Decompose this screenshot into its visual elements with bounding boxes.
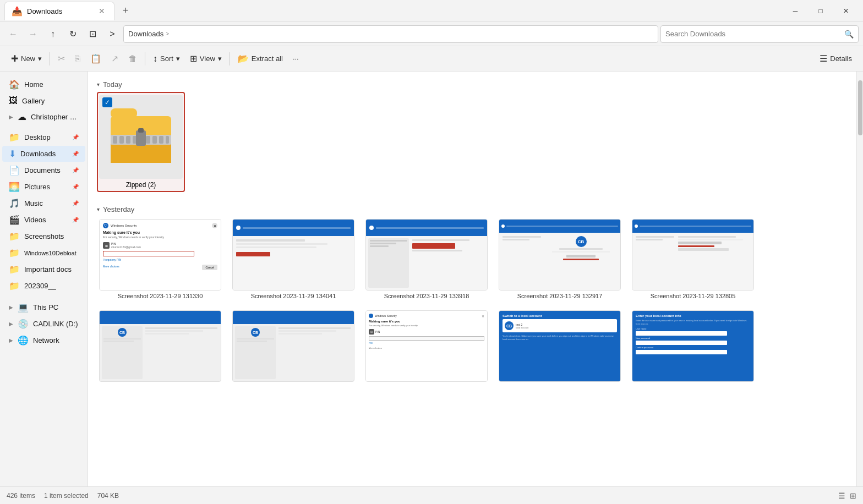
new-label: New [21,54,35,63]
pin-icon: 📌 [72,184,79,190]
details-label: Details [830,54,852,63]
screenshot-row2-5-img: Enter your local account info Enter the … [632,310,754,382]
share-button[interactable]: ↗ [107,50,123,68]
screenshot-133918[interactable]: Screenshot 2023-11-29 133918 [363,217,490,302]
view-toggle-list[interactable]: ☰ [838,491,845,500]
checkbox-checked[interactable]: ✓ [102,97,112,107]
screenshot-row2-4-img: Switch to a local account CB test 2 loca… [499,310,621,382]
screenshot-132917-img: CB [499,219,621,291]
home-icon: 🏠 [9,79,20,90]
extract-icon: 📂 [238,53,249,64]
breadcrumb-bar[interactable]: Downloads > [123,25,658,43]
file-item-zipped[interactable]: ✓ [97,92,185,192]
screenshot-131330[interactable]: 🛡 Windows Security ✕ Making sure it's yo… [97,217,223,302]
new-button[interactable]: ✚ New ▾ [7,50,46,68]
extract-button[interactable]: 📂 Extract all [233,50,287,68]
screenshot-132805-img [632,219,754,291]
sidebar-item-gallery[interactable]: 🖼 Gallery [2,93,85,108]
sort-label: Sort [160,54,173,63]
yesterday-grid: 🛡 Windows Security ✕ Making sure it's yo… [97,217,848,302]
videos-icon: 🎬 [9,215,20,225]
back-button[interactable]: ← [4,25,22,43]
screenshot-134041-label: Screenshot 2023-11-29 134041 [251,293,336,299]
sidebar-item-thispc[interactable]: ▶ 💻 This PC [2,299,85,315]
forward-button[interactable]: → [24,25,42,43]
chevron-icon: ▾ [97,206,100,212]
sidebar-item-network[interactable]: ▶ 🌐 Network [2,332,85,348]
folder-icon: 📁 [9,281,20,291]
sort-icon: ↕ [153,54,157,64]
navigation-bar: ← → ↑ ↻ ⊡ > Downloads > 🔍 [0,22,863,46]
search-icon: 🔍 [844,30,854,39]
sidebar-item-label: Important docs [24,265,79,273]
breadcrumb-downloads[interactable]: Downloads [128,30,163,38]
sidebar-item-music[interactable]: 🎵 Music 📌 [2,195,85,211]
expand-icon: ▶ [9,304,13,310]
screenshot-134041[interactable]: Screenshot 2023-11-29 134041 [230,217,357,302]
screenshot-row2-1[interactable]: CB [97,308,223,386]
network-icon: 🌐 [18,335,29,346]
screenshot-row2-2-img: CB [232,310,354,382]
svg-rect-11 [152,136,157,144]
scrollbar-thumb[interactable] [858,80,862,135]
documents-icon: 📄 [9,165,20,176]
delete-button[interactable]: 🗑 [124,50,141,68]
sidebar-item-cadlink[interactable]: ▶ 💿 CADLINK (D:) [2,316,85,332]
sidebar: 🏠 Home 🖼 Gallery ▶ ☁ Christopher - Perso… [0,72,88,486]
close-button[interactable]: ✕ [833,0,859,22]
expand-button[interactable]: ⊡ [84,25,101,43]
more-button[interactable]: ··· [288,50,303,68]
maximize-button[interactable]: □ [808,0,833,22]
window-controls: ─ □ ✕ [783,0,859,22]
refresh-button[interactable]: ↻ [64,25,81,43]
view-toggle-grid[interactable]: ⊞ [850,491,856,500]
sidebar-item-pictures[interactable]: 🌅 Pictures 📌 [2,179,85,195]
yesterday-section-header[interactable]: ▾ Yesterday [97,201,848,217]
screenshot-132805[interactable]: Screenshot 2023-11-29 132805 [630,217,756,302]
search-bar[interactable]: 🔍 [660,25,859,43]
sidebar-item-videos[interactable]: 🎬 Videos 📌 [2,212,85,228]
next-button[interactable]: > [103,25,121,43]
copy-button[interactable]: ⎘ [70,50,85,68]
new-tab-button[interactable]: + [117,2,134,20]
sidebar-item-documents[interactable]: 📄 Documents 📌 [2,162,85,178]
screenshot-row2-2[interactable]: CB [230,308,357,386]
music-icon: 🎵 [9,198,20,209]
paste-button[interactable]: 📋 [86,50,106,68]
sidebar-item-win10debloat[interactable]: 📁 Windows10Debloat [2,245,85,261]
pin-icon: 📌 [72,151,79,157]
details-button[interactable]: ☰ Details [815,50,856,68]
sidebar-item-desktop[interactable]: 📁 Desktop 📌 [2,129,85,145]
scrollbar[interactable] [856,72,863,486]
sidebar-item-home[interactable]: 🏠 Home [2,76,85,92]
svg-rect-5 [113,136,117,144]
sidebar-item-downloads[interactable]: ⬇ Downloads 📌 [2,146,85,162]
minimize-button[interactable]: ─ [783,0,808,22]
view-button[interactable]: ⊞ View ▾ [185,50,226,68]
sidebar-item-importantdocs[interactable]: 📁 Important docs [2,261,85,277]
breadcrumb-separator: > [166,31,169,37]
downloads-tab[interactable]: 📥 Downloads ✕ [4,2,114,20]
downloads-tab-icon: 📥 [12,6,23,17]
downloads-tab-title: Downloads [27,7,92,15]
screenshot-row2-5[interactable]: Enter your local account info Enter the … [630,308,756,386]
screenshot-132917[interactable]: CB Screenshot 2023-11-29 132917 [496,217,623,302]
sort-button[interactable]: ↕ Sort ▾ [149,50,184,68]
sidebar-item-label: Network [33,336,79,344]
screenshot-row2-1-img: CB [99,310,221,382]
sidebar-item-202309[interactable]: 📁 202309__ [2,278,85,294]
sidebar-item-onedrive[interactable]: ▶ ☁ Christopher - Perso [2,109,85,125]
chevron-icon: ▾ [97,81,100,87]
paste-icon: 📋 [90,53,101,64]
sidebar-item-label: Pictures [24,183,68,191]
svg-rect-6 [119,136,124,144]
up-button[interactable]: ↑ [44,25,62,43]
today-section-header[interactable]: ▾ Today [97,76,848,92]
screenshot-row2-4[interactable]: Switch to a local account CB test 2 loca… [496,308,623,386]
sidebar-item-screenshots[interactable]: 📁 Screenshots [2,228,85,244]
separator-3 [230,52,230,65]
cut-button[interactable]: ✂ [53,50,69,68]
search-input[interactable] [665,30,841,38]
close-tab-button[interactable]: ✕ [96,6,107,17]
screenshot-row2-3[interactable]: Windows Security ✕ Making sure it's you … [363,308,490,386]
